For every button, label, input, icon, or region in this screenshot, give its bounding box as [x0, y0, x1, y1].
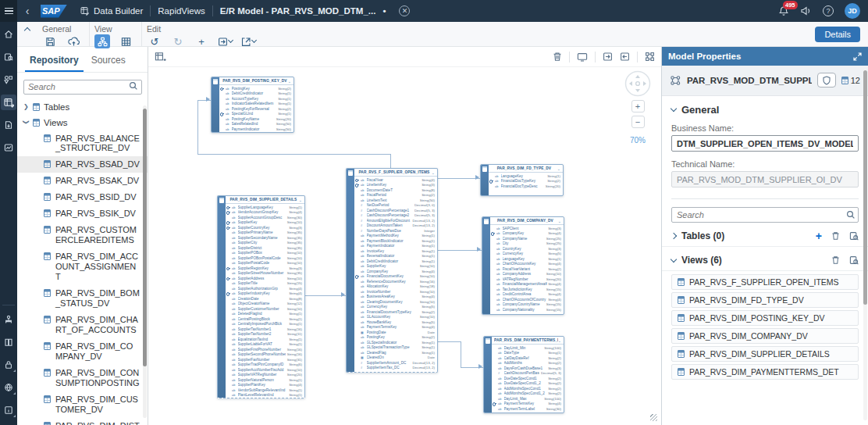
close-document-icon[interactable]: ✕	[399, 5, 410, 16]
er-entity[interactable]: PAR_RVS_DIM_FD_TYPE_DV⌄abLanguageKeyStri…	[480, 164, 564, 196]
panel-view-item[interactable]: PAR_RVS_F_SUPPLIER_OPEN_ITEMS	[671, 274, 859, 290]
collapse-toolbar-button[interactable]	[17, 22, 37, 46]
sidebar-item-view[interactable]: PAR_RVS_BALANCE_STRUCTURE_DV	[17, 130, 148, 157]
business-name-input[interactable]	[671, 135, 859, 152]
sidebar-item-view[interactable]: PAR_RVS_DIM_CHART_OF_ACCOUNTS	[17, 312, 148, 338]
sidebar-scrollbar[interactable]	[143, 105, 147, 418]
sidebar-item-view[interactable]: PAR_RVS_BSID_DV	[17, 189, 148, 205]
chevron-down-icon[interactable]: ⌄	[558, 338, 561, 343]
entity-column-row[interactable]: abPaymentTermLabelString(30)	[492, 406, 564, 412]
sidebar-item-view[interactable]: PAR_RVS_DIM_ACCOUNT_ASSIGNMENT	[17, 248, 148, 285]
feedback-megaphone-icon[interactable]	[800, 5, 812, 16]
entity-header[interactable]: PAR_RVS_DIM_COMPANY_DV⌄	[490, 217, 564, 225]
entity-header[interactable]: PAR_RVS_DIM_FD_TYPE_DV⌄	[489, 165, 563, 173]
table-view-button[interactable]	[118, 34, 133, 48]
data-integration-icon[interactable]	[1, 117, 16, 133]
about-info-icon[interactable]	[1, 402, 16, 418]
app-switch[interactable]: Data Builder	[73, 6, 150, 16]
system-icon[interactable]	[1, 380, 16, 395]
sidebar-search-input[interactable]	[23, 80, 142, 95]
preview-button[interactable]	[577, 52, 588, 62]
properties-search-input[interactable]	[671, 207, 859, 223]
general-section-header[interactable]: General	[671, 104, 859, 116]
panel-view-item[interactable]: PAR_RVS_DIM_SUPPLIER_DETAILS	[671, 346, 859, 362]
relationship-line[interactable]	[438, 250, 482, 251]
panel-view-item[interactable]: PAR_RVS_DIM_POSTING_KEY_DV	[671, 310, 859, 326]
entity-column-row[interactable]: abPlantLevelRelevantIndString(1)	[226, 393, 304, 398]
pan-compass[interactable]	[624, 70, 651, 97]
zoom-in-button[interactable]: +	[631, 100, 645, 112]
auto-layout-button[interactable]	[645, 52, 655, 62]
sidebar-item-view[interactable]: PAR_RVS_CUSTOMERCLEAREDITEMS	[17, 222, 148, 248]
import-menu-button[interactable]	[217, 34, 233, 48]
connections-icon[interactable]	[1, 312, 16, 327]
sidebar-item-view[interactable]: PAR_RVS_DIM_CUSTOMER_DV	[17, 391, 148, 418]
zoom-out-button[interactable]: −	[631, 116, 645, 128]
relationship-line[interactable]	[438, 341, 461, 342]
add-object-button[interactable]: +	[194, 34, 209, 48]
chevron-down-icon[interactable]: ⌄	[288, 79, 291, 84]
entity-column-row[interactable]: #SupplierItemTax_DCDecimal(13, 2)	[354, 366, 437, 371]
undo-button[interactable]: ↺	[147, 34, 162, 48]
er-entity[interactable]: PAR_RVS_DIM_COMPANY_DV⌄abSAPClientString…	[482, 216, 564, 315]
delete-icon[interactable]	[831, 231, 840, 241]
relationship-line[interactable]	[461, 341, 461, 368]
monitoring-icon[interactable]	[1, 140, 16, 155]
entity-column-row[interactable]: abFinancialDocTypeDescString(20)	[489, 184, 563, 189]
redo-button[interactable]: ↻	[170, 34, 186, 48]
delete-button[interactable]	[553, 52, 562, 62]
relationship-line[interactable]	[438, 178, 480, 179]
relationship-line[interactable]	[305, 295, 346, 296]
chevron-down-icon[interactable]: ⌄	[299, 198, 302, 202]
delete-icon[interactable]	[831, 255, 840, 265]
expand-panel-icon[interactable]	[853, 52, 862, 61]
relationship-line[interactable]	[197, 100, 198, 155]
space-name[interactable]: RapidViews	[151, 6, 212, 16]
tab-sources[interactable]: Sources	[87, 52, 130, 72]
back-button[interactable]: ‹	[17, 5, 37, 17]
deploy-button[interactable]	[66, 34, 81, 48]
er-entity[interactable]: PAR_RVS_DIM_SUPPLIER_DETAILS⌄abSupplierL…	[217, 195, 305, 398]
entity-column-row[interactable]: abPaymentIndicatorString(50)	[219, 127, 293, 132]
er-entity[interactable]: PAR_RVS_DIM_PAYMENTTERMS_DET⌄abDayLimit_…	[483, 336, 564, 413]
tree-node-tables[interactable]: ❯ Tables	[17, 99, 148, 115]
help-icon[interactable]: ?	[823, 5, 834, 16]
er-entity[interactable]: PAR_RVS_F_SUPPLIER_OPEN_ITEMS⌄abFiscalYe…	[346, 168, 438, 373]
panel-view-item[interactable]: PAR_RVS_DIM_COMPANY_DV	[671, 328, 859, 344]
sidebar-item-view[interactable]: PAR_RVS_DIM_CONSUMPTIONPOSTING	[17, 365, 148, 391]
import-objects-button[interactable]	[603, 52, 613, 62]
relationship-line[interactable]	[197, 154, 391, 155]
diagram-view-button[interactable]	[94, 34, 110, 48]
chevron-down-icon[interactable]: ⌄	[432, 170, 435, 175]
resize-grip[interactable]	[650, 414, 657, 421]
details-button[interactable]: Details	[815, 27, 860, 42]
entity-header[interactable]: PAR_RVS_DIM_POSTING_KEY_DV⌄	[219, 77, 293, 85]
entity-header[interactable]: PAR_RVS_DIM_SUPPLIER_DETAILS⌄	[226, 196, 304, 204]
security-lock-icon[interactable]	[1, 357, 16, 373]
views-section-header[interactable]: Views (6)	[662, 247, 868, 271]
business-builder-icon[interactable]	[1, 72, 16, 88]
sidebar-item-view[interactable]: PAR_RVS_BSAD_DV	[17, 156, 148, 173]
panel-view-item[interactable]: PAR_RVS_DIM_FD_TYPE_DV	[671, 292, 859, 308]
notifications-button[interactable]: 495	[778, 5, 789, 16]
export-menu-button[interactable]	[240, 34, 256, 48]
entity-column-row[interactable]: abCompanyNationalityString(15)	[490, 307, 564, 312]
panel-view-item[interactable]: PAR_RVS_DIM_PAYMENTTERMS_DET	[671, 364, 859, 380]
er-diagram-canvas[interactable]: PAR_RVS_DIM_POSTING_KEY_DV⌄abPostingKeyS…	[148, 47, 661, 425]
home-icon[interactable]	[1, 27, 16, 42]
shield-badge-button[interactable]	[817, 73, 836, 88]
sidebar-item-view[interactable]: PAR_RVS_DIM_BOM_STATUS_DV	[17, 285, 148, 312]
add-table-icon[interactable]: +	[816, 232, 822, 240]
user-avatar[interactable]: JD	[845, 3, 860, 19]
impact-analysis-icon[interactable]	[849, 255, 859, 265]
sidebar-item-view[interactable]: PAR_RVS_BSAK_DV	[17, 173, 148, 189]
impact-analysis-icon[interactable]	[849, 231, 859, 241]
save-button[interactable]	[42, 34, 58, 48]
repository-explorer-icon[interactable]	[1, 49, 16, 65]
chevron-down-icon[interactable]: ⌄	[557, 166, 560, 171]
entity-header[interactable]: PAR_RVS_F_SUPPLIER_OPEN_ITEMS⌄	[354, 169, 437, 177]
relationship-line[interactable]	[390, 154, 391, 168]
sidebar-item-view[interactable]: PAR_RVS_DIM_COMPANY_DV	[17, 338, 148, 365]
sidebar-item-view[interactable]: PAR_RVS_BSIK_DV	[17, 205, 148, 222]
panel-scrollbar[interactable]	[863, 69, 867, 420]
